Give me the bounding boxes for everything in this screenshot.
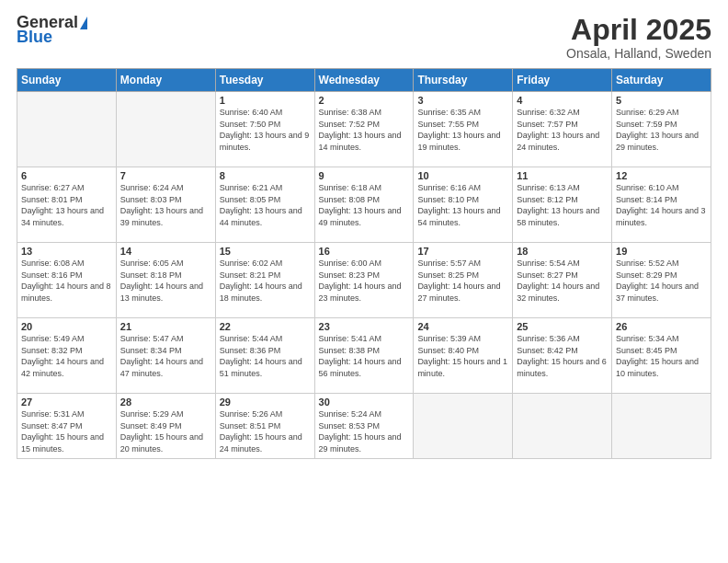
day-number: 25 [517, 321, 608, 332]
day-info: Sunrise: 6:18 AMSunset: 8:08 PMDaylight:… [319, 183, 402, 227]
calendar-row-3: 13Sunrise: 6:08 AMSunset: 8:16 PMDayligh… [17, 243, 711, 318]
day-info: Sunrise: 5:26 AMSunset: 8:51 PMDaylight:… [220, 409, 302, 454]
calendar-cell: 25Sunrise: 5:36 AMSunset: 8:42 PMDayligh… [513, 318, 612, 394]
day-number: 18 [517, 246, 608, 257]
day-info: Sunrise: 6:10 AMSunset: 8:14 PMDaylight:… [616, 183, 706, 227]
day-info: Sunrise: 6:24 AMSunset: 8:03 PMDaylight:… [120, 183, 203, 227]
calendar-cell: 3Sunrise: 6:35 AMSunset: 7:55 PMDaylight… [414, 92, 513, 167]
calendar-cell: 5Sunrise: 6:29 AMSunset: 7:59 PMDaylight… [612, 92, 711, 167]
header-thursday: Thursday [414, 69, 513, 92]
calendar-row-2: 6Sunrise: 6:27 AMSunset: 8:01 PMDaylight… [17, 167, 711, 243]
day-info: Sunrise: 5:47 AMSunset: 8:34 PMDaylight:… [120, 334, 203, 378]
day-info: Sunrise: 6:05 AMSunset: 8:18 PMDaylight:… [120, 259, 203, 303]
day-number: 12 [616, 170, 707, 181]
day-info: Sunrise: 5:39 AMSunset: 8:40 PMDaylight:… [417, 334, 507, 378]
header-friday: Friday [513, 69, 612, 92]
day-number: 23 [319, 321, 410, 332]
day-number: 5 [616, 95, 707, 106]
day-info: Sunrise: 6:29 AMSunset: 7:59 PMDaylight:… [616, 108, 699, 152]
day-info: Sunrise: 6:02 AMSunset: 8:21 PMDaylight:… [220, 259, 302, 303]
calendar-cell: 27Sunrise: 5:31 AMSunset: 8:47 PMDayligh… [17, 394, 117, 458]
day-info: Sunrise: 6:35 AMSunset: 7:55 PMDaylight:… [417, 108, 500, 152]
calendar-cell: 30Sunrise: 5:24 AMSunset: 8:53 PMDayligh… [314, 394, 414, 458]
day-number: 9 [319, 170, 410, 181]
day-number: 24 [417, 321, 508, 332]
day-number: 10 [417, 170, 508, 181]
calendar-cell: 15Sunrise: 6:02 AMSunset: 8:21 PMDayligh… [215, 243, 314, 318]
calendar-row-4: 20Sunrise: 5:49 AMSunset: 8:32 PMDayligh… [17, 318, 711, 394]
day-number: 14 [120, 246, 211, 257]
calendar-cell: 16Sunrise: 6:00 AMSunset: 8:23 PMDayligh… [314, 243, 414, 318]
day-info: Sunrise: 6:27 AMSunset: 8:01 PMDaylight:… [21, 183, 104, 227]
calendar-cell: 19Sunrise: 5:52 AMSunset: 8:29 PMDayligh… [612, 243, 711, 318]
calendar-cell: 7Sunrise: 6:24 AMSunset: 8:03 PMDaylight… [116, 167, 215, 243]
day-number: 7 [120, 170, 211, 181]
day-number: 4 [517, 95, 608, 106]
calendar-cell [116, 92, 215, 167]
calendar-cell: 18Sunrise: 5:54 AMSunset: 8:27 PMDayligh… [513, 243, 612, 318]
calendar-row-5: 27Sunrise: 5:31 AMSunset: 8:47 PMDayligh… [17, 394, 711, 458]
header-monday: Monday [116, 69, 215, 92]
day-info: Sunrise: 5:34 AMSunset: 8:45 PMDaylight:… [616, 334, 699, 378]
calendar-cell [17, 92, 117, 167]
location: Onsala, Halland, Sweden [566, 46, 711, 61]
day-number: 1 [220, 95, 311, 106]
day-number: 8 [220, 170, 311, 181]
calendar-cell: 29Sunrise: 5:26 AMSunset: 8:51 PMDayligh… [215, 394, 314, 458]
day-info: Sunrise: 6:40 AMSunset: 7:50 PMDaylight:… [220, 108, 310, 152]
day-number: 29 [220, 396, 311, 408]
day-info: Sunrise: 5:24 AMSunset: 8:53 PMDaylight:… [319, 409, 402, 454]
day-info: Sunrise: 5:41 AMSunset: 8:38 PMDaylight:… [319, 334, 402, 378]
calendar-cell: 9Sunrise: 6:18 AMSunset: 8:08 PMDaylight… [314, 167, 414, 243]
title-area: April 2025 Onsala, Halland, Sweden [566, 14, 711, 61]
day-number: 19 [616, 246, 707, 257]
day-info: Sunrise: 5:54 AMSunset: 8:27 PMDaylight:… [517, 259, 599, 303]
calendar-cell: 10Sunrise: 6:16 AMSunset: 8:10 PMDayligh… [414, 167, 513, 243]
calendar-cell: 24Sunrise: 5:39 AMSunset: 8:40 PMDayligh… [414, 318, 513, 394]
day-number: 17 [417, 246, 508, 257]
day-info: Sunrise: 5:49 AMSunset: 8:32 PMDaylight:… [21, 334, 104, 378]
day-info: Sunrise: 6:38 AMSunset: 7:52 PMDaylight:… [319, 108, 402, 152]
day-number: 2 [319, 95, 410, 106]
day-info: Sunrise: 5:36 AMSunset: 8:42 PMDaylight:… [517, 334, 607, 378]
day-number: 21 [120, 321, 211, 332]
day-info: Sunrise: 6:00 AMSunset: 8:23 PMDaylight:… [319, 259, 402, 303]
day-info: Sunrise: 6:16 AMSunset: 8:10 PMDaylight:… [417, 183, 500, 227]
day-number: 28 [120, 396, 211, 408]
day-info: Sunrise: 5:44 AMSunset: 8:36 PMDaylight:… [220, 334, 302, 378]
day-info: Sunrise: 6:13 AMSunset: 8:12 PMDaylight:… [517, 183, 599, 227]
calendar-cell: 14Sunrise: 6:05 AMSunset: 8:18 PMDayligh… [116, 243, 215, 318]
calendar-cell: 4Sunrise: 6:32 AMSunset: 7:57 PMDaylight… [513, 92, 612, 167]
header-wednesday: Wednesday [314, 69, 414, 92]
calendar-cell [513, 394, 612, 458]
calendar-cell: 28Sunrise: 5:29 AMSunset: 8:49 PMDayligh… [116, 394, 215, 458]
calendar-cell: 8Sunrise: 6:21 AMSunset: 8:05 PMDaylight… [215, 167, 314, 243]
header: General Blue April 2025 Onsala, Halland,… [17, 14, 711, 61]
day-number: 6 [21, 170, 112, 181]
day-info: Sunrise: 6:32 AMSunset: 7:57 PMDaylight:… [517, 108, 599, 152]
logo-area: General Blue [17, 14, 87, 46]
month-title: April 2025 [566, 14, 711, 46]
calendar-cell: 21Sunrise: 5:47 AMSunset: 8:34 PMDayligh… [116, 318, 215, 394]
day-info: Sunrise: 6:08 AMSunset: 8:16 PMDaylight:… [21, 259, 111, 303]
calendar-cell [414, 394, 513, 458]
day-info: Sunrise: 5:57 AMSunset: 8:25 PMDaylight:… [417, 259, 500, 303]
calendar-cell: 11Sunrise: 6:13 AMSunset: 8:12 PMDayligh… [513, 167, 612, 243]
day-number: 15 [220, 246, 311, 257]
calendar-row-1: 1Sunrise: 6:40 AMSunset: 7:50 PMDaylight… [17, 92, 711, 167]
header-sunday: Sunday [17, 69, 117, 92]
logo-blue-text: Blue [17, 28, 52, 46]
day-number: 13 [21, 246, 112, 257]
day-number: 11 [517, 170, 608, 181]
calendar-cell [612, 394, 711, 458]
calendar-cell: 6Sunrise: 6:27 AMSunset: 8:01 PMDaylight… [17, 167, 117, 243]
day-number: 16 [319, 246, 410, 257]
calendar: Sunday Monday Tuesday Wednesday Thursday… [17, 68, 711, 458]
day-number: 26 [616, 321, 707, 332]
day-info: Sunrise: 5:31 AMSunset: 8:47 PMDaylight:… [21, 409, 104, 454]
calendar-cell: 17Sunrise: 5:57 AMSunset: 8:25 PMDayligh… [414, 243, 513, 318]
day-number: 20 [21, 321, 112, 332]
calendar-cell: 20Sunrise: 5:49 AMSunset: 8:32 PMDayligh… [17, 318, 117, 394]
day-info: Sunrise: 5:52 AMSunset: 8:29 PMDaylight:… [616, 259, 699, 303]
calendar-cell: 23Sunrise: 5:41 AMSunset: 8:38 PMDayligh… [314, 318, 414, 394]
